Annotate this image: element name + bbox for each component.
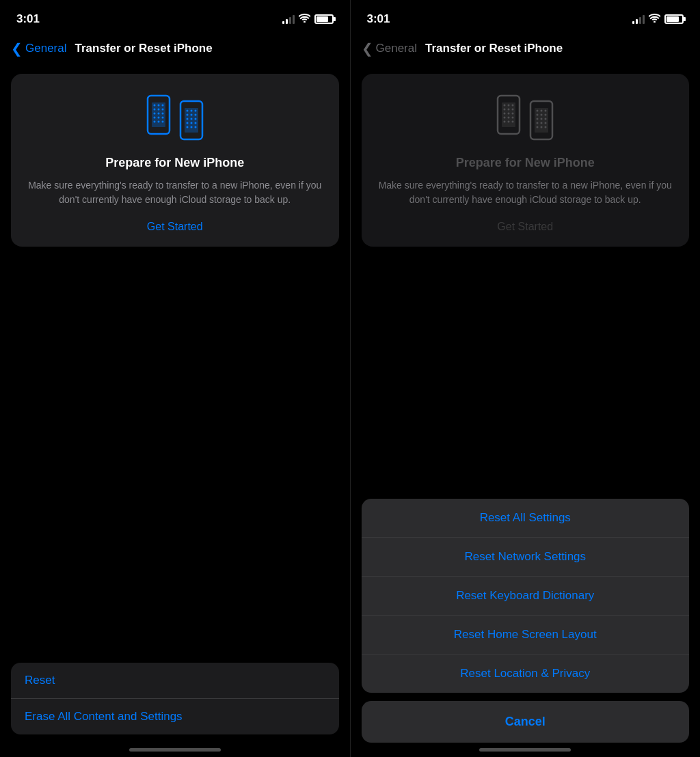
svg-point-39 [504, 109, 506, 111]
svg-point-43 [508, 113, 510, 115]
back-button-right[interactable]: ❮ General [362, 42, 417, 55]
left-phone-panel: 3:01 ❮ General Transfer or Reset iPhon [0, 0, 350, 757]
svg-point-29 [190, 122, 192, 124]
svg-point-7 [161, 109, 163, 111]
svg-point-46 [508, 117, 510, 119]
wifi-icon-left [299, 14, 310, 25]
svg-point-9 [157, 113, 159, 115]
svg-point-37 [508, 105, 510, 107]
reset-action-menu: Reset All Settings Reset Network Setting… [362, 499, 690, 693]
cancel-button[interactable]: Cancel [362, 701, 690, 743]
svg-point-12 [157, 117, 159, 119]
back-button-left[interactable]: ❮ General [11, 42, 66, 55]
status-bar-right: 3:01 [351, 0, 701, 34]
get-started-left[interactable]: Get Started [147, 221, 203, 233]
svg-point-24 [194, 114, 196, 116]
time-right: 3:01 [367, 12, 390, 26]
home-indicator-right [479, 748, 571, 752]
svg-point-15 [157, 121, 159, 123]
svg-point-54 [541, 110, 543, 112]
svg-point-3 [157, 105, 159, 107]
home-indicator-left [129, 748, 221, 752]
svg-point-11 [153, 117, 155, 119]
transfer-icon-right [491, 90, 559, 145]
reset-item[interactable]: Reset [11, 663, 339, 699]
svg-point-48 [504, 121, 506, 123]
svg-point-20 [190, 110, 192, 112]
reset-home-screen-layout-btn[interactable]: Reset Home Screen Layout [362, 616, 690, 655]
svg-point-25 [186, 118, 188, 120]
svg-point-23 [190, 114, 192, 116]
svg-point-2 [153, 105, 155, 107]
bottom-list-left: Reset Erase All Content and Settings [11, 663, 339, 734]
svg-point-21 [194, 110, 196, 112]
transfer-icon-left [141, 90, 209, 145]
battery-icon-right [664, 14, 684, 24]
svg-point-4 [161, 105, 163, 107]
svg-point-30 [194, 122, 196, 124]
status-icons-left [282, 14, 334, 25]
svg-point-59 [537, 118, 539, 120]
svg-point-44 [512, 113, 514, 115]
svg-point-64 [545, 122, 547, 124]
svg-point-50 [512, 121, 514, 123]
erase-item[interactable]: Erase All Content and Settings [11, 699, 339, 734]
page-title-left: Transfer or Reset iPhone [75, 42, 212, 55]
card-title-right: Prepare for New iPhone [456, 156, 595, 170]
prepare-card-left: Prepare for New iPhone Make sure everyth… [11, 74, 339, 247]
svg-point-67 [545, 126, 547, 128]
svg-point-41 [512, 109, 514, 111]
svg-point-55 [545, 110, 547, 112]
nav-bar-right: ❮ General Transfer or Reset iPhone [351, 34, 701, 68]
time-left: 3:01 [16, 12, 40, 26]
wifi-icon-right [649, 14, 660, 25]
svg-point-53 [537, 110, 539, 112]
svg-point-60 [541, 118, 543, 120]
reset-keyboard-dictionary-btn[interactable]: Reset Keyboard Dictionary [362, 577, 690, 616]
svg-point-38 [512, 105, 514, 107]
svg-point-10 [161, 113, 163, 115]
svg-point-27 [194, 118, 196, 120]
get-started-right[interactable]: Get Started [497, 221, 553, 233]
reset-network-settings-btn[interactable]: Reset Network Settings [362, 538, 690, 577]
back-label-left: General [25, 42, 66, 55]
chevron-left-icon-right: ❮ [362, 42, 373, 55]
svg-point-63 [541, 122, 543, 124]
svg-point-40 [508, 109, 510, 111]
svg-point-32 [190, 126, 192, 128]
svg-point-57 [541, 114, 543, 116]
svg-point-47 [512, 117, 514, 119]
right-phone-panel: 3:01 ❮ General Transfer or Reset iPhon [351, 0, 701, 757]
svg-point-31 [186, 126, 188, 128]
battery-icon-left [314, 14, 334, 24]
reset-all-settings-btn[interactable]: Reset All Settings [362, 499, 690, 538]
svg-point-28 [186, 122, 188, 124]
svg-point-36 [504, 105, 506, 107]
svg-point-22 [186, 114, 188, 116]
svg-point-66 [541, 126, 543, 128]
svg-point-61 [545, 118, 547, 120]
signal-icon-right [632, 14, 645, 24]
svg-point-16 [161, 121, 163, 123]
svg-point-56 [537, 114, 539, 116]
svg-point-49 [508, 121, 510, 123]
reset-location-privacy-btn[interactable]: Reset Location & Privacy [362, 655, 690, 693]
status-bar-left: 3:01 [0, 0, 350, 34]
chevron-left-icon-left: ❮ [11, 42, 23, 55]
svg-point-42 [504, 113, 506, 115]
back-label-right: General [376, 42, 417, 55]
nav-bar-left: ❮ General Transfer or Reset iPhone [0, 34, 350, 68]
page-title-right: Transfer or Reset iPhone [425, 42, 563, 55]
svg-point-62 [537, 122, 539, 124]
svg-point-13 [161, 117, 163, 119]
svg-point-33 [194, 126, 196, 128]
svg-point-65 [537, 126, 539, 128]
signal-icon-left [282, 14, 295, 24]
svg-point-14 [153, 121, 155, 123]
svg-point-58 [545, 114, 547, 116]
prepare-card-right: Prepare for New iPhone Make sure everyth… [362, 74, 690, 247]
svg-point-5 [153, 109, 155, 111]
svg-point-45 [504, 117, 506, 119]
card-desc-right: Make sure everything's ready to transfer… [375, 178, 676, 207]
card-desc-left: Make sure everything's ready to transfer… [25, 178, 325, 207]
